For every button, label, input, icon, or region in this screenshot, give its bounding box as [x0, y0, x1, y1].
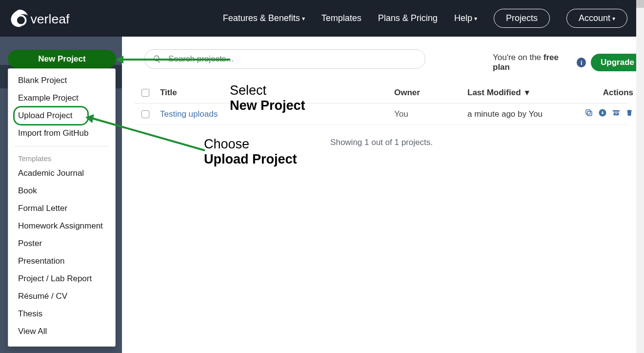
projects-table: Title Owner Last Modified ▾ Actions Test…	[135, 82, 628, 125]
table-row: Testing uploads You a minute ago by You	[135, 104, 628, 125]
select-all-checkbox[interactable]	[141, 89, 149, 97]
nav-plans[interactable]: Plans & Pricing	[378, 13, 438, 23]
svg-rect-2	[587, 111, 592, 116]
dd-templates-header: Templates	[8, 150, 115, 165]
dd-tmpl-homework[interactable]: Homework Assignment	[8, 217, 115, 235]
plan-text: You're on the free plan	[493, 53, 572, 72]
dd-tmpl-resume[interactable]: Résumé / CV	[8, 288, 115, 305]
nav-links: Features & Benefits▾ Templates Plans & P…	[223, 9, 636, 28]
dd-upload-project[interactable]: Upload Project	[8, 107, 115, 125]
search-box[interactable]	[144, 49, 425, 69]
dd-example-project[interactable]: Example Project	[8, 89, 115, 107]
download-icon[interactable]	[598, 108, 607, 120]
row-checkbox[interactable]	[141, 110, 149, 118]
dropdown-separator	[14, 146, 109, 146]
col-title[interactable]: Title	[160, 88, 394, 98]
search-icon	[153, 55, 161, 63]
nav-templates[interactable]: Templates	[322, 13, 362, 23]
svg-rect-3	[586, 110, 590, 114]
archive-icon[interactable]	[612, 108, 621, 120]
table-header: Title Owner Last Modified ▾ Actions	[135, 82, 628, 104]
col-actions: Actions	[580, 88, 633, 98]
overleaf-logo[interactable]: verleaf	[9, 9, 87, 28]
showing-text: Showing 1 out of 1 projects.	[135, 138, 628, 147]
dd-tmpl-formal-letter[interactable]: Formal Letter	[8, 200, 115, 217]
dd-tmpl-thesis[interactable]: Thesis	[8, 305, 115, 323]
new-project-dropdown: Blank Project Example Project Upload Pro…	[8, 68, 116, 347]
dd-blank-project[interactable]: Blank Project	[8, 72, 115, 89]
col-last-modified[interactable]: Last Modified ▾	[467, 87, 580, 98]
dd-view-all[interactable]: View All	[8, 323, 115, 340]
nav-features[interactable]: Features & Benefits▾	[223, 13, 305, 23]
nav-projects-button[interactable]: Projects	[494, 9, 550, 28]
dd-tmpl-book[interactable]: Book	[8, 182, 115, 200]
nav-account-button[interactable]: Account▾	[566, 9, 627, 28]
svg-text:verleaf: verleaf	[30, 11, 70, 26]
info-icon[interactable]: i	[577, 58, 586, 67]
row-actions	[580, 108, 633, 120]
copy-icon[interactable]	[584, 108, 593, 120]
plan-row: You're on the free plan i Upgrade	[493, 53, 644, 72]
caret-down-icon: ▾	[474, 15, 477, 22]
upgrade-button[interactable]: Upgrade	[591, 54, 644, 71]
caret-down-icon: ▾	[612, 15, 615, 22]
dd-tmpl-lab-report[interactable]: Project / Lab Report	[8, 270, 115, 288]
project-modified: a minute ago by You	[467, 109, 580, 119]
sort-desc-icon: ▾	[525, 87, 529, 98]
dd-tmpl-poster[interactable]: Poster	[8, 235, 115, 252]
dd-tmpl-presentation[interactable]: Presentation	[8, 252, 115, 270]
dd-tmpl-academic-journal[interactable]: Academic Journal	[8, 165, 115, 182]
dd-import-github[interactable]: Import from GitHub	[8, 125, 115, 142]
top-nav: verleaf Features & Benefits▾ Templates P…	[0, 0, 636, 37]
svg-point-0	[16, 15, 26, 25]
trash-icon[interactable]	[625, 108, 633, 120]
project-title-link[interactable]: Testing uploads	[160, 109, 394, 119]
new-project-button[interactable]: New Project	[8, 50, 116, 68]
nav-help[interactable]: Help▾	[454, 13, 477, 23]
caret-down-icon: ▾	[302, 15, 305, 22]
project-owner: You	[394, 109, 467, 119]
col-owner[interactable]: Owner	[394, 88, 467, 98]
search-input[interactable]	[168, 54, 417, 64]
